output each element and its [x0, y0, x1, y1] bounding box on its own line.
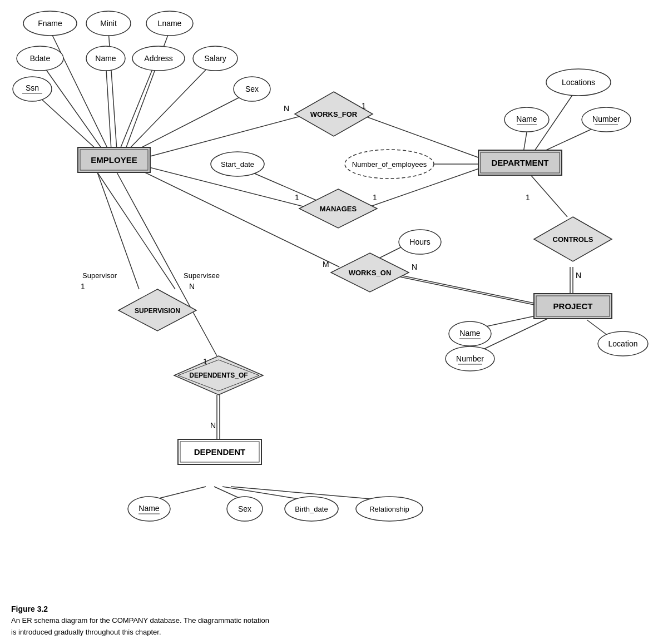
proj-number-attr: Number	[456, 354, 484, 363]
fname-attr: Fname	[38, 19, 62, 28]
supervision-label: SUPERVISION	[135, 307, 180, 315]
ssn-attr: Ssn	[26, 83, 39, 92]
department-entity-label: DEPARTMENT	[491, 158, 548, 167]
svg-line-7	[33, 92, 97, 150]
locations-attr: Locations	[562, 78, 595, 87]
works-on-m: M	[323, 260, 329, 269]
relationship-attr: Relationship	[369, 505, 409, 513]
figure-caption: Figure 3.2 An ER schema diagram for the …	[11, 603, 269, 638]
works-for-label: WORKS_FOR	[310, 110, 358, 118]
manages-1a: 1	[295, 193, 299, 202]
dependents-1: 1	[203, 357, 207, 366]
works-for-1: 1	[362, 101, 366, 110]
hours-attr: Hours	[409, 237, 430, 246]
dept-number-attr: Number	[592, 115, 620, 123]
birth-date-attr: Birth_date	[295, 505, 328, 513]
employee-entity-label: EMPLOYEE	[91, 155, 137, 165]
caption-title: Figure 3.2	[11, 605, 48, 613]
svg-line-6	[128, 61, 214, 150]
num-employees-attr: Number_of_employees	[352, 160, 427, 169]
supervision-1: 1	[81, 282, 85, 291]
works-on-label: WORKS_ON	[349, 269, 392, 277]
er-diagram-container: EMPLOYEE DEPARTMENT PROJECT DEPENDENT WO…	[0, 0, 668, 612]
svg-line-26	[481, 316, 553, 350]
bdate-attr: Bdate	[30, 54, 51, 63]
svg-line-5	[120, 61, 156, 150]
manages-label: MANAGES	[320, 205, 357, 213]
svg-line-21	[139, 170, 339, 267]
project-entity-label: PROJECT	[553, 301, 593, 311]
dependents-n: N	[210, 421, 216, 430]
controls-1: 1	[526, 193, 530, 202]
lname-attr: Lname	[158, 19, 182, 28]
dep-sex-attr: Sex	[238, 504, 251, 513]
emp-sex-attr: Sex	[245, 85, 259, 93]
manages-1b: 1	[373, 193, 377, 202]
proj-name-attr: Name	[459, 329, 481, 338]
dependent-entity-label: DEPENDENT	[194, 447, 246, 457]
supervisee-label: Supervisee	[184, 271, 220, 280]
svg-line-23	[400, 277, 534, 305]
dept-name-attr: Name	[516, 115, 537, 123]
svg-line-4	[106, 61, 111, 150]
svg-line-18	[528, 172, 567, 217]
svg-line-8	[136, 92, 250, 150]
dep-name-attr: Name	[138, 504, 160, 513]
works-on-n: N	[412, 262, 417, 271]
start-date-attr: Start_date	[221, 160, 254, 169]
svg-line-22	[400, 275, 534, 303]
minit-attr: Minit	[100, 19, 117, 28]
salary-attr: Salary	[204, 54, 226, 63]
supervisor-label: Supervisor	[82, 271, 117, 280]
caption-line2: is introduced gradually throughout this …	[11, 628, 161, 636]
address-attr: Address	[144, 54, 172, 63]
caption-line1: An ER schema diagram for the COMPANY dat…	[11, 616, 269, 625]
dependents-of-label: DEPENDENTS_OF	[189, 371, 248, 379]
works-for-n: N	[284, 104, 289, 113]
controls-label: CONTROLS	[553, 235, 593, 244]
emp-name-attr: Name	[95, 54, 116, 63]
svg-line-9	[142, 114, 309, 158]
location-attr: Location	[608, 339, 638, 348]
supervision-n: N	[189, 282, 195, 291]
controls-n: N	[576, 271, 581, 280]
